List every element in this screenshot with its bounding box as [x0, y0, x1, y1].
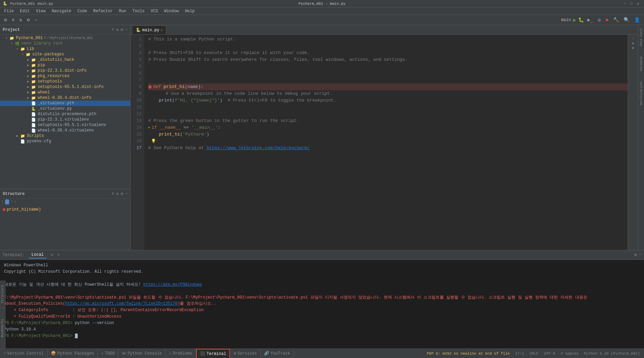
- powershell-link[interactable]: https://aka.ms/PSWindows: [143, 282, 202, 287]
- structure-side-label[interactable]: Structure: [1, 285, 4, 303]
- menu-vcs[interactable]: VCS: [148, 8, 161, 14]
- settings-control[interactable]: ⚙: [121, 27, 123, 32]
- terminal-line-10: Python 3.10.4: [4, 326, 640, 333]
- minimize-button[interactable]: ─: [624, 2, 628, 6]
- file-tab[interactable]: main.py: [38, 2, 53, 6]
- tree-item-setuptools-dist[interactable]: ▶ 📁 setuptools-65.5.1.dist-info: [0, 84, 130, 90]
- tree-item-pip-venv[interactable]: ▶ 📄 pip-22.3.1.virtualenv: [0, 117, 130, 122]
- terminal-tab-local[interactable]: Local: [29, 252, 46, 258]
- tree-item-pip[interactable]: ▶ 📁 pip: [0, 62, 130, 68]
- tree-item-distutils-pth[interactable]: ▶ 📄 distutils-precedence.pth: [0, 111, 130, 117]
- collapse-control[interactable]: −: [125, 27, 128, 32]
- tree-item-setuptools[interactable]: ▶ 📁 setuptools: [0, 79, 130, 84]
- terminal-settings-icon[interactable]: ⚙: [634, 252, 637, 257]
- settings-control[interactable]: ⚙: [121, 191, 123, 196]
- tree-item-lib[interactable]: ▾ 📁 Lib: [0, 46, 130, 52]
- terminal-content[interactable]: Windows PowerShell Copyright (C) Microso…: [0, 260, 644, 348]
- filter-control[interactable]: ⇅: [116, 191, 118, 196]
- close-button[interactable]: ✕: [637, 2, 641, 6]
- encoding[interactable]: UTF-8: [543, 352, 556, 356]
- structure-filter-btn[interactable]: ⊕: [5, 199, 10, 204]
- project-tab[interactable]: Pycharm_001: [10, 2, 35, 6]
- structure-nav-up[interactable]: ↑: [11, 199, 13, 204]
- menu-tools[interactable]: Tools: [130, 8, 147, 14]
- bookmarks-side-tab[interactable]: Bookmarks: [0, 308, 5, 348]
- python-version[interactable]: Python 3.10 (Pycharm_001): [583, 352, 641, 356]
- tree-label: pyvenv.cfg: [27, 139, 51, 144]
- menu-edit[interactable]: Edit: [17, 8, 33, 14]
- indent[interactable]: 4 spaces: [559, 352, 580, 356]
- bottom-tab-todo[interactable]: ✓ TODO: [98, 349, 118, 358]
- bottom-tab-problems[interactable]: ⚠ Problems: [166, 349, 196, 358]
- tree-item-wheel[interactable]: ▶ 📁 wheel: [0, 90, 130, 95]
- warning-message[interactable]: PEP 8: W292 no newline at end of file: [425, 352, 511, 356]
- cursor-position[interactable]: 17:1: [514, 352, 525, 356]
- notifications-tab[interactable]: Notifications: [639, 80, 643, 106]
- structure-side-tab[interactable]: Structure: [0, 281, 5, 308]
- tree-item-pkg[interactable]: ▶ 📁 pkg_resources: [0, 73, 130, 79]
- run-button[interactable]: ▶: [573, 17, 576, 23]
- coverage-button[interactable]: ▶̲: [586, 16, 594, 23]
- list-icon[interactable]: ≡: [10, 17, 16, 23]
- menu-file[interactable]: File: [1, 8, 17, 14]
- tree-item-distutils[interactable]: ▶ 📁 _distutils_hack: [0, 57, 130, 62]
- debug-button[interactable]: 🐛: [578, 17, 584, 23]
- data-tools-tab[interactable]: Data Tools: [639, 26, 643, 48]
- terminal-minimize-icon[interactable]: −: [639, 252, 641, 257]
- menu-window[interactable]: Window: [162, 8, 182, 14]
- editor-tab-main-py[interactable]: 🐍 main.py ✕: [132, 25, 166, 34]
- sort-control[interactable]: ≡: [112, 191, 114, 196]
- bottom-tab-python-packages[interactable]: 📦 Python Packages: [48, 349, 98, 358]
- build-button[interactable]: 🔨: [612, 16, 620, 23]
- profile-button[interactable]: ◎: [596, 16, 602, 23]
- tree-item-venv[interactable]: ▾ 🌿 venv library root: [0, 41, 130, 46]
- minus-icon[interactable]: −: [33, 17, 39, 23]
- line-num-14: 14: [131, 124, 141, 131]
- tree-item-pyvenv[interactable]: ▶ 📄 pyvenv.cfg: [0, 139, 130, 144]
- menu-refactor[interactable]: Refactor: [91, 8, 116, 14]
- tree-item-scripts[interactable]: ▶ 📁 Scripts: [0, 133, 130, 139]
- tree-item-pycharm001[interactable]: ▾ 📁 Pycharm_001 F:\MyProject\Pycharm_001: [0, 35, 130, 41]
- avatar-icon[interactable]: 👤: [633, 16, 641, 23]
- structure-item-print-hi[interactable]: print_hi(name): [3, 207, 128, 213]
- sort-icon[interactable]: ⇅: [18, 16, 23, 23]
- maximize-button[interactable]: □: [630, 2, 634, 6]
- terminal-add-button[interactable]: +: [49, 252, 55, 258]
- window-controls: ─ □ ✕: [624, 2, 641, 6]
- bottom-tab-version-control[interactable]: ⑂ Version Control: [0, 349, 48, 358]
- bottom-tab-python-console[interactable]: ≫ Python Console: [118, 349, 166, 358]
- tree-item-pip-dist[interactable]: ▶ 📁 pip-22.3.1.dist-info: [0, 68, 130, 73]
- tree-item-virtualenv-py[interactable]: ▶ 🐍 _virtualenv.py: [0, 106, 130, 111]
- database-tab[interactable]: Database: [639, 55, 643, 72]
- tree-item-virtualenv-pth[interactable]: ▶ 📄 _virtualenv.pth: [0, 101, 130, 106]
- tree-item-setuptools-venv[interactable]: ▶ 📄 setuptools-65.5.1.virtualenv: [0, 122, 130, 128]
- search-button[interactable]: 🔍: [622, 16, 631, 23]
- bottom-tab-terminal[interactable]: ⬛ Terminal: [196, 349, 230, 358]
- menu-help[interactable]: Help: [182, 8, 197, 14]
- tree-item-site-packages[interactable]: ▾ 📁 site-packages: [0, 52, 130, 57]
- terminal-dropdown-icon[interactable]: ▾: [57, 253, 60, 257]
- stop-button[interactable]: ■: [604, 17, 610, 23]
- menu-view[interactable]: View: [33, 8, 49, 14]
- menu-run[interactable]: Run: [116, 8, 129, 14]
- tree-item-wheel-venv[interactable]: ▶ 📄 wheel-0.38.4.virtualenv: [0, 128, 130, 133]
- execution-policy-link[interactable]: https://go.microsoft.com/fwlink/?LinkID=…: [65, 301, 177, 306]
- menu-navigate[interactable]: Navigate: [49, 8, 74, 14]
- caret-down[interactable]: ▼: [632, 47, 634, 50]
- settings-icon[interactable]: ⚙: [3, 16, 8, 23]
- structure-sort-btn[interactable]: ↕: [1, 199, 4, 204]
- bottom-tab-youtrack[interactable]: 🔗 YouTrack: [261, 349, 294, 358]
- menu-code[interactable]: Code: [75, 8, 90, 14]
- bookmarks-label[interactable]: Bookmarks: [1, 319, 4, 337]
- code-area[interactable]: # This is a sample Python script. # Pres…: [144, 35, 628, 250]
- caret-up[interactable]: ▲: [632, 41, 634, 45]
- gear-icon[interactable]: ⚙: [25, 16, 31, 23]
- tree-item-wheel-dist[interactable]: ▶ 📁 wheel-0.38.4.dist-info: [0, 95, 130, 101]
- line-ending[interactable]: CRLF: [528, 352, 540, 356]
- structure-nav-down[interactable]: ↓: [14, 199, 17, 204]
- tab-close-icon[interactable]: ✕: [160, 28, 163, 32]
- sort-control[interactable]: ≡: [112, 27, 114, 32]
- filter-control[interactable]: ⇅: [116, 27, 118, 32]
- collapse-control[interactable]: −: [125, 191, 128, 196]
- bottom-tab-services[interactable]: ⚙ Services: [230, 349, 261, 358]
